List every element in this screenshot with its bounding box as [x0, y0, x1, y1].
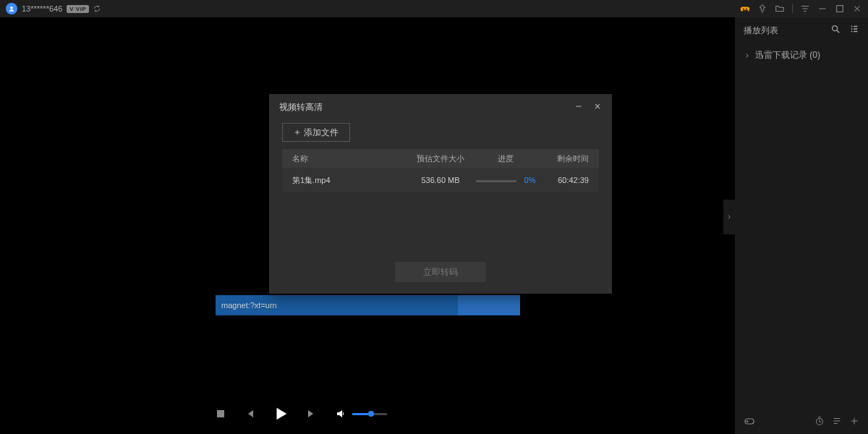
search-icon[interactable]: [830, 24, 841, 37]
table-header: 名称 预估文件大小 进度 剩余时间: [282, 149, 599, 168]
col-size: 预估文件大小: [408, 153, 473, 164]
svg-rect-2: [217, 410, 224, 417]
transcode-dialog: 视频转高清 添加文件 名称 预估文件大小 进度 剩余时间 第1集.mp4 536…: [269, 94, 612, 294]
convert-button[interactable]: 立即转码: [395, 262, 486, 282]
next-button[interactable]: [306, 408, 318, 420]
player-controls: [0, 399, 602, 428]
vip-badge: V VIP: [67, 5, 89, 13]
playlist-icon[interactable]: [832, 416, 842, 429]
col-progress: 进度: [473, 153, 538, 164]
minimize-icon[interactable]: [817, 4, 827, 14]
add-file-label: 添加文件: [304, 127, 339, 139]
url-text: magnet:?xt=urn: [221, 301, 277, 310]
play-button[interactable]: [273, 406, 289, 422]
timer-icon[interactable]: [814, 416, 825, 429]
progress-pct: 0%: [524, 176, 536, 184]
col-name: 名称: [292, 153, 408, 164]
pin-icon[interactable]: [757, 4, 767, 14]
username: 13******646: [22, 4, 62, 13]
add-file-button[interactable]: 添加文件: [282, 123, 350, 142]
filter-icon[interactable]: [800, 4, 810, 14]
prev-button[interactable]: [244, 408, 255, 420]
sidebar-collapse-button[interactable]: [723, 200, 735, 234]
cell-name: 第1集.mp4: [292, 175, 408, 186]
close-icon[interactable]: [852, 4, 862, 14]
sidebar-title: 播放列表: [744, 25, 778, 37]
progress-bar: [476, 180, 516, 182]
add-icon[interactable]: [849, 416, 859, 429]
avatar[interactable]: [6, 3, 17, 14]
cell-time: 60:42:39: [538, 176, 589, 184]
gamepad-footer-icon[interactable]: [744, 417, 755, 429]
table-row[interactable]: 第1集.mp4 536.60 MB 0% 60:42:39: [282, 168, 599, 192]
divider: [792, 4, 793, 13]
volume-slider[interactable]: [352, 413, 387, 415]
svg-rect-1: [837, 6, 843, 12]
dialog-minimize-icon[interactable]: [574, 101, 583, 114]
url-banner-right: [458, 295, 520, 315]
col-time: 剩余时间: [538, 153, 589, 164]
sidebar: 播放列表 迅雷下载记录 (0): [735, 17, 868, 434]
sidebar-item-label: 迅雷下载记录 (0): [755, 49, 820, 61]
folder-icon[interactable]: [775, 4, 785, 14]
svg-point-0: [10, 7, 13, 9]
gamepad-icon[interactable]: [740, 4, 750, 14]
dialog-close-icon[interactable]: [593, 101, 602, 114]
sidebar-item-downloads[interactable]: 迅雷下载记录 (0): [735, 43, 868, 67]
volume-icon[interactable]: [335, 408, 346, 420]
cell-progress: 0%: [473, 176, 538, 184]
maximize-icon[interactable]: [835, 4, 845, 14]
stop-button[interactable]: [215, 408, 226, 420]
playlist-settings-icon[interactable]: [849, 24, 859, 37]
dialog-title: 视频转高清: [279, 101, 323, 114]
cell-size: 536.60 MB: [408, 176, 473, 184]
refresh-icon[interactable]: [93, 5, 101, 12]
svg-point-3: [833, 26, 838, 31]
